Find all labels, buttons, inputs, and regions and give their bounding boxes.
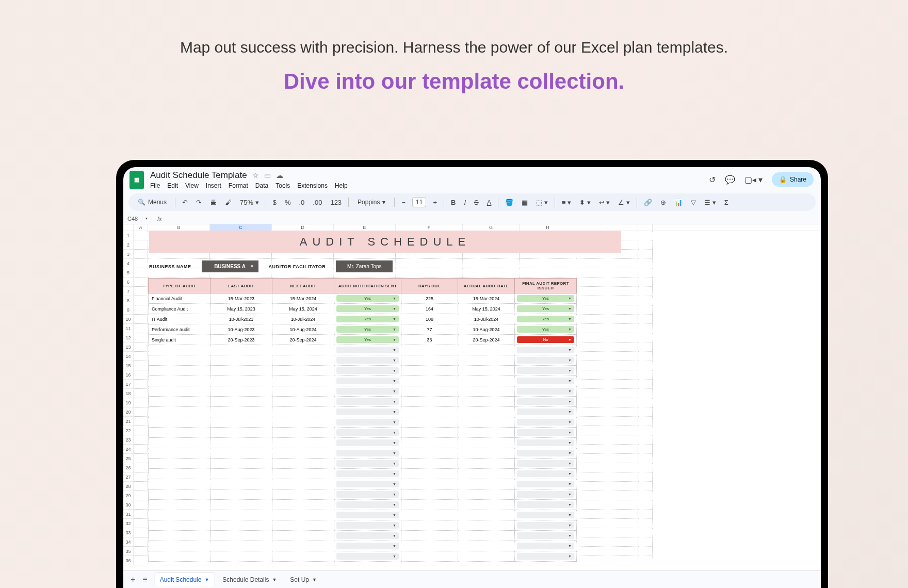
status-pill[interactable]: ▼ bbox=[517, 419, 574, 426]
status-pill[interactable]: ▼ bbox=[336, 367, 399, 374]
merge-button[interactable]: ⬚ ▾ bbox=[534, 198, 549, 207]
status-pill[interactable]: Yes▼ bbox=[336, 326, 399, 333]
cell-sent[interactable]: Yes▼ bbox=[334, 314, 401, 324]
chart-button[interactable]: 📊 bbox=[673, 198, 684, 207]
cell-next[interactable]: 20-Sep-2024 bbox=[272, 335, 334, 345]
menu-insert[interactable]: Insert bbox=[206, 182, 221, 189]
menu-data[interactable]: Data bbox=[255, 182, 268, 189]
search-menus[interactable]: 🔍 Menus bbox=[135, 198, 170, 207]
filter-button[interactable]: ▽ bbox=[689, 198, 698, 207]
fill-color-button[interactable]: 🪣 bbox=[504, 198, 515, 207]
status-pill[interactable]: ▼ bbox=[517, 553, 574, 560]
cell-days[interactable]: 108 bbox=[401, 314, 458, 324]
cell-type[interactable]: Single audit bbox=[149, 335, 210, 345]
cell-days[interactable]: 225 bbox=[401, 293, 458, 304]
status-pill[interactable]: ▼ bbox=[517, 347, 574, 353]
status-pill[interactable]: ▼ bbox=[336, 419, 399, 426]
cell-actual[interactable]: May 15, 2024 bbox=[458, 304, 515, 314]
status-pill[interactable]: ▼ bbox=[517, 388, 574, 395]
borders-button[interactable]: ▦ bbox=[520, 198, 529, 207]
halign-button[interactable]: ≡ ▾ bbox=[560, 198, 573, 207]
cell-actual[interactable]: 15-Mar-2024 bbox=[458, 293, 515, 304]
move-icon[interactable]: ▭ bbox=[264, 171, 271, 179]
formula-input[interactable] bbox=[167, 213, 821, 224]
menu-help[interactable]: Help bbox=[335, 182, 348, 189]
decrease-decimal-button[interactable]: .0 bbox=[297, 198, 306, 207]
status-pill[interactable]: ▼ bbox=[336, 491, 399, 498]
status-pill[interactable]: ▼ bbox=[517, 367, 574, 374]
status-pill[interactable]: ▼ bbox=[336, 357, 399, 364]
cell-actual[interactable]: 20-Sep-2024 bbox=[458, 335, 515, 345]
status-pill[interactable]: ▼ bbox=[517, 512, 574, 518]
column-header[interactable]: ACTUAL AUDIT DATE bbox=[458, 279, 515, 293]
cell-next[interactable]: 10-Jul-2024 bbox=[272, 314, 334, 324]
percent-button[interactable]: % bbox=[283, 198, 293, 207]
status-pill[interactable]: ▼ bbox=[517, 522, 574, 529]
status-pill[interactable]: ▼ bbox=[517, 398, 574, 405]
cell-actual[interactable]: 10-Aug-2024 bbox=[458, 324, 515, 335]
wrap-button[interactable]: ↩ ▾ bbox=[597, 198, 612, 207]
cell-last[interactable]: 10-Jul-2023 bbox=[210, 314, 272, 324]
menu-view[interactable]: View bbox=[185, 182, 199, 189]
cell-days[interactable]: 164 bbox=[401, 304, 458, 314]
status-pill[interactable]: ▼ bbox=[336, 450, 399, 456]
all-sheets-button[interactable]: ≡ bbox=[142, 575, 147, 584]
cloud-status-icon[interactable]: ☁ bbox=[276, 171, 283, 179]
status-pill[interactable]: ▼ bbox=[517, 491, 574, 498]
status-pill[interactable]: No▼ bbox=[517, 336, 574, 343]
status-pill[interactable]: ▼ bbox=[336, 460, 399, 467]
status-pill[interactable]: ▼ bbox=[336, 512, 399, 518]
cell-days[interactable]: 77 bbox=[401, 324, 458, 335]
meet-icon[interactable]: ▢◂ ▾ bbox=[744, 175, 763, 185]
undo-icon[interactable]: ↶ bbox=[181, 198, 189, 207]
text-color-button[interactable]: A bbox=[485, 198, 493, 207]
status-pill[interactable]: ▼ bbox=[517, 378, 574, 384]
status-pill[interactable]: ▼ bbox=[336, 470, 399, 477]
menu-extensions[interactable]: Extensions bbox=[297, 182, 328, 189]
cell-next[interactable]: 15-Mar-2024 bbox=[272, 293, 334, 304]
cell-type[interactable]: Performance audit bbox=[149, 324, 210, 335]
status-pill[interactable]: ▼ bbox=[336, 501, 399, 508]
status-pill[interactable]: ▼ bbox=[517, 532, 574, 539]
font-size-increase[interactable]: + bbox=[431, 198, 439, 207]
font-select[interactable]: Poppins ▾ bbox=[354, 197, 389, 207]
status-pill[interactable]: ▼ bbox=[336, 409, 399, 415]
cell-last[interactable]: 10-Aug-2023 bbox=[210, 324, 272, 335]
status-pill[interactable]: Yes▼ bbox=[517, 326, 574, 333]
cell-sent[interactable]: Yes▼ bbox=[334, 304, 401, 314]
status-pill[interactable]: ▼ bbox=[517, 543, 574, 549]
document-title[interactable]: Audit Schedule Template bbox=[150, 170, 247, 181]
status-pill[interactable]: Yes▼ bbox=[336, 316, 399, 322]
business-name-select[interactable]: BUSINESS A ▼ bbox=[202, 260, 258, 272]
currency-button[interactable]: $ bbox=[271, 198, 278, 207]
cell-final[interactable]: Yes▼ bbox=[515, 324, 577, 335]
number-format-button[interactable]: 123 bbox=[329, 198, 343, 207]
rotate-button[interactable]: ∠ ▾ bbox=[617, 198, 631, 207]
share-button[interactable]: 🔒 Share bbox=[772, 172, 814, 187]
comments-icon[interactable]: 💬 bbox=[725, 175, 735, 185]
status-pill[interactable]: ▼ bbox=[336, 481, 399, 487]
status-pill[interactable]: ▼ bbox=[517, 439, 574, 446]
cell-final[interactable]: No▼ bbox=[515, 335, 577, 345]
column-header[interactable]: LAST AUDIT bbox=[210, 279, 272, 293]
tab-set-up[interactable]: Set Up▼ bbox=[285, 573, 322, 586]
status-pill[interactable]: ▼ bbox=[336, 543, 399, 549]
menu-edit[interactable]: Edit bbox=[167, 182, 178, 189]
link-button[interactable]: 🔗 bbox=[642, 198, 654, 207]
status-pill[interactable]: ▼ bbox=[336, 378, 399, 384]
bold-button[interactable]: B bbox=[449, 198, 457, 207]
cell-type[interactable]: Compliance Audit bbox=[149, 304, 210, 314]
status-pill[interactable]: ▼ bbox=[336, 532, 399, 539]
column-header[interactable]: TYPE OF AUDIT bbox=[149, 279, 210, 293]
cell-sent[interactable]: Yes▼ bbox=[334, 293, 401, 304]
status-pill[interactable]: ▼ bbox=[336, 553, 399, 560]
cell-last[interactable]: 15-Mar-2023 bbox=[210, 293, 272, 304]
status-pill[interactable]: Yes▼ bbox=[517, 305, 574, 312]
menu-file[interactable]: File bbox=[150, 182, 160, 189]
cell-type[interactable]: Financial Audit bbox=[149, 293, 210, 304]
status-pill[interactable]: ▼ bbox=[517, 460, 574, 467]
font-size-decrease[interactable]: − bbox=[400, 198, 407, 207]
column-header[interactable]: DAYS DUE bbox=[401, 279, 458, 293]
status-pill[interactable]: ▼ bbox=[517, 357, 574, 364]
history-icon[interactable]: ↺ bbox=[709, 175, 716, 185]
